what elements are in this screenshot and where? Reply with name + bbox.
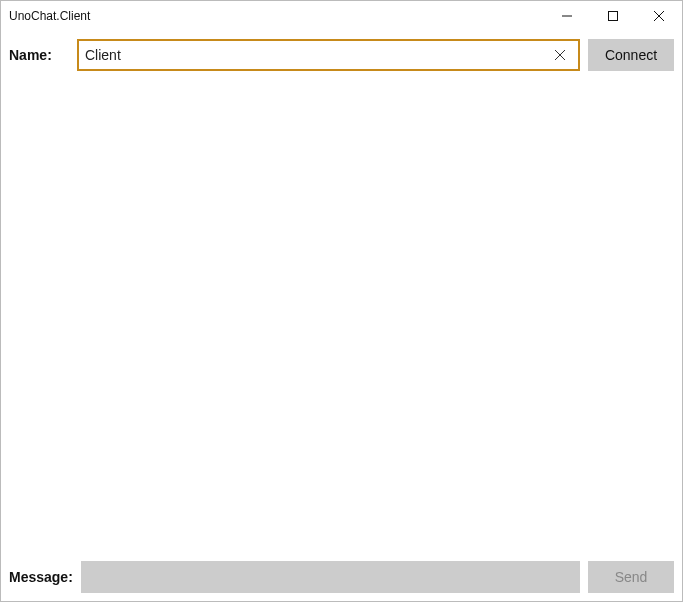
send-button[interactable]: Send (588, 561, 674, 593)
connect-button[interactable]: Connect (588, 39, 674, 71)
close-icon (555, 48, 565, 63)
content-area: Name: Connect Message: Send (1, 31, 682, 601)
window-title: UnoChat.Client (9, 9, 544, 23)
clear-name-button[interactable] (548, 43, 572, 67)
close-button[interactable] (636, 1, 682, 31)
name-input[interactable] (85, 41, 548, 69)
message-input[interactable] (81, 561, 580, 593)
minimize-button[interactable] (544, 1, 590, 31)
message-row: Message: Send (9, 561, 674, 593)
name-input-container (77, 39, 580, 71)
svg-rect-1 (609, 12, 618, 21)
window-controls (544, 1, 682, 31)
name-label: Name: (9, 47, 69, 63)
name-row: Name: Connect (9, 39, 674, 71)
maximize-button[interactable] (590, 1, 636, 31)
message-label: Message: (9, 569, 73, 585)
chat-messages-area (9, 71, 674, 561)
titlebar: UnoChat.Client (1, 1, 682, 31)
